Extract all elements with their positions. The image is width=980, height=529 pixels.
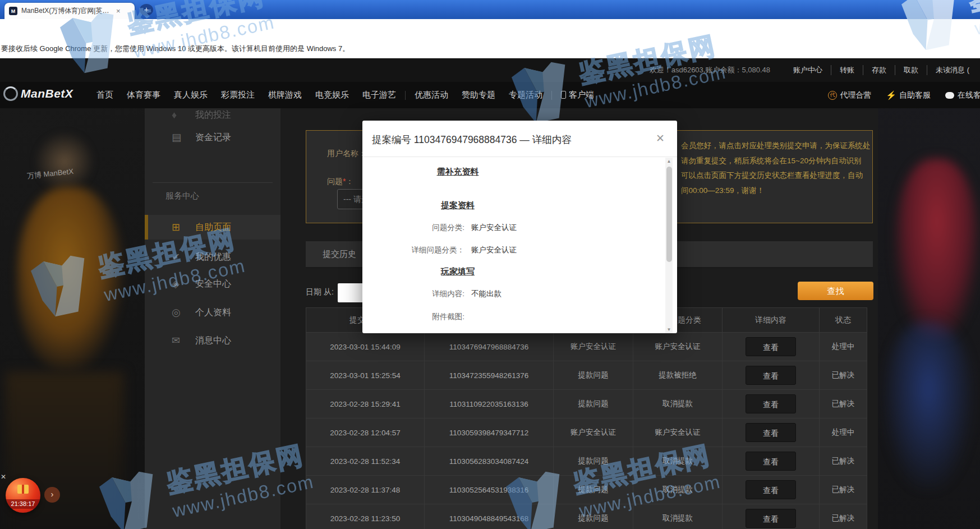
chrome-update-text: 要接收后续 Google Chrome 更新，您需使用 Windows 10 或… [1,44,349,54]
field-value: 账户安全认证 [471,245,517,255]
view-button[interactable]: 查看 [746,337,796,356]
cell-subcategory: 提款被拒绝 [633,361,723,390]
field-label: 问题分类: [362,223,464,233]
cell-time: 2023-02-28 11:52:34 [306,447,425,476]
notice-line: 间00:00—23:59，谢谢！ [681,183,869,199]
view-button[interactable]: 查看 [746,423,796,442]
view-button[interactable]: 查看 [746,480,796,499]
online-service-link[interactable]: 在线客服 [945,90,980,100]
cell-id: 1103472355948261376 [425,361,554,390]
left-player-photo: 万博 ManBetX [0,108,145,529]
cell-time: 2023-02-28 11:37:48 [306,476,425,504]
header-detail: 详细内容 [723,308,820,333]
cell-subcategory: 取消提款 [633,476,723,504]
self-service-link[interactable]: ⚡自助客服 [886,90,931,100]
close-icon[interactable]: ✕ [656,132,665,145]
sidebar-item-self-service[interactable]: ⊞ 自助页面 [145,215,280,240]
chrome-update-banner: 要接收后续 Google Chrome 更新，您需使用 Windows 10 或… [0,39,980,58]
table-row: 2023-02-28 11:52:34 1103056283034087424 … [306,447,867,476]
sidebar-item-personal-info[interactable]: ◎ 个人资料 [145,300,280,325]
view-button[interactable]: 查看 [746,394,796,413]
nav-live-casino[interactable]: 真人娱乐 [174,90,208,100]
proposal-detail-modal: 提案编号 1103476947968884736 — 详细内容 ✕ 需补充资料 … [362,121,677,333]
nav-home[interactable]: 首页 [96,90,113,100]
tab-title: ManBetX(万博体育)官网|英超狼 [21,6,114,16]
field-label: 详细问题分类： [362,245,464,255]
table-row: 2023-03-01 15:44:09 1103476947968884736 … [306,333,867,361]
logo-ring-icon [3,86,18,101]
view-button[interactable]: 查看 [746,452,796,471]
cell-subcategory: 取消提款 [633,447,723,476]
cell-category: 账户安全认证 [554,333,633,361]
scroll-down-icon[interactable]: ▼ [665,327,673,332]
nav-client-app[interactable]: 客户端 [561,90,594,100]
cell-category: 提款问题 [554,504,633,529]
notice-line: 请勿重复提交，稍后系统将会在15~20分钟内自动识别 [681,154,869,169]
cell-time: 2023-02-28 11:23:50 [306,504,425,529]
cell-subcategory: 账户安全认证 [633,418,723,447]
tab-submit-history[interactable]: 提交历史 [323,241,356,267]
nav-sponsor[interactable]: 赞助专题 [462,90,495,100]
table-row: 2023-02-28 12:04:57 1103059398479347712 … [306,418,867,447]
status-badge: 处理中 [820,418,867,447]
promo-expand-arrow[interactable]: › [44,487,60,503]
account-center-link[interactable]: 账户中心 [785,65,831,75]
cell-id: 1103476947968884736 [425,333,554,361]
nav-slots[interactable]: 电子游艺 [362,90,396,100]
view-button[interactable]: 查看 [746,366,796,385]
scrollbar-thumb[interactable] [666,167,672,262]
sidebar-section-service-center: 服务中心 [165,191,199,201]
field-value: 不能出款 [471,289,501,299]
cell-category: 提款问题 [554,390,633,418]
status-badge: 已解决 [820,390,867,418]
sidebar-item-security-center[interactable]: ◈ 安全中心 [145,272,280,296]
promo-red-ball[interactable]: 21:38:17 [6,478,40,513]
nav-promotions[interactable]: 优惠活动 [415,90,448,100]
modal-scrollbar[interactable]: ▲ ▼ [665,158,673,333]
gift-icon [17,485,29,494]
manbetx-logo[interactable]: ManBetX [3,86,73,101]
nav-board-games[interactable]: 棋牌游戏 [268,90,302,100]
promo-close-icon[interactable]: ✕ [1,473,6,481]
view-button[interactable]: 查看 [746,509,796,528]
notice-line: 可以点击页面下方提交历史状态栏查看处理进度，自动 [681,168,869,183]
field-value: 账户安全认证 [471,223,517,233]
field-label: 附件截图: [362,312,464,322]
nav-divider [405,91,406,100]
nav-special[interactable]: 专题活动 [509,90,542,100]
sidebar-item-my-promotions[interactable]: ✔ 我的优惠 [145,245,280,269]
cell-time: 2023-02-28 12:04:57 [306,418,425,447]
new-tab-button[interactable]: + [140,4,153,16]
withdraw-link[interactable]: 取款 [895,65,927,75]
service-notice: 会员您好，请点击对应处理类别提交申请，为保证系统处 请勿重复提交，稍后系统将会在… [681,139,869,198]
cell-id: 1103110922035163136 [425,390,554,418]
cell-id: 1103052564531938316 [425,476,554,504]
cell-time: 2023-02-28 15:29:41 [306,390,425,418]
welcome-balance-text: 欢迎！asd62603,账户余额：5,080.48 [650,65,770,75]
unread-messages-link[interactable]: 未读消息 ( [927,65,978,75]
question-label: 问题*： [327,177,353,187]
cell-subcategory: 账户安全认证 [633,333,723,361]
sidebar-item-message-center[interactable]: ✉ 消息中心 [145,328,280,353]
cell-id: 1103056283034087424 [425,447,554,476]
tab-close-icon[interactable]: × [116,7,121,15]
section-player-filled: 玩家填写 [416,266,500,277]
chat-bubble-icon [945,92,954,99]
sidebar-item-my-bets[interactable]: ♦ 我的投注 [145,103,280,127]
scroll-up-icon[interactable]: ▲ [665,159,673,164]
transfer-link[interactable]: 转账 [831,65,863,75]
table-row: 2023-02-28 11:23:50 1103049048849543168 … [306,504,867,529]
nav-esports[interactable]: 电竞娱乐 [315,90,349,100]
agent-link[interactable]: 代代理合营 [828,90,871,100]
deposit-link[interactable]: 存款 [863,65,895,75]
section-need-more-info: 需补充资料 [416,167,500,177]
cell-time: 2023-03-01 15:44:09 [306,333,425,361]
sidebar-item-fund-records[interactable]: ▤ 资金记录 [145,125,280,150]
search-button[interactable]: 查找 [798,282,873,300]
browser-toolbar: → ↻ cn.mebetx65.com/contactUs/index ↑ [0,19,980,39]
nav-sports[interactable]: 体育赛事 [127,90,160,100]
site-favicon-icon: M [9,7,17,15]
browser-tab[interactable]: M ManBetX(万博体育)官网|英超狼 × [4,3,135,19]
nav-lottery[interactable]: 彩票投注 [221,90,255,100]
nav-divider [551,91,552,100]
